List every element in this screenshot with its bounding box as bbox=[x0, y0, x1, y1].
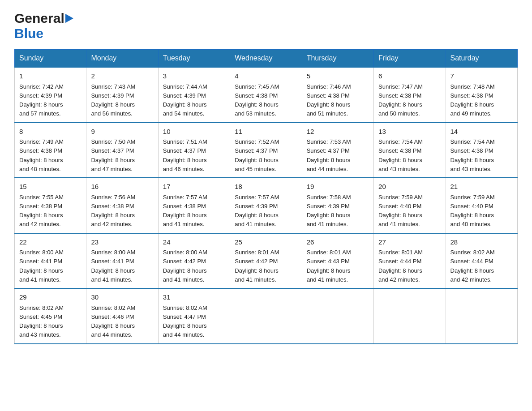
calendar-cell: 14 Sunrise: 7:54 AMSunset: 4:38 PMDaylig… bbox=[446, 123, 517, 178]
day-number: 4 bbox=[235, 71, 297, 81]
day-info: Sunrise: 8:02 AMSunset: 4:44 PMDaylight:… bbox=[450, 249, 495, 283]
day-number: 1 bbox=[19, 71, 82, 81]
calendar-cell: 3 Sunrise: 7:44 AMSunset: 4:39 PMDayligh… bbox=[158, 67, 230, 123]
calendar-header-row: SundayMondayTuesdayWednesdayThursdayFrid… bbox=[15, 50, 518, 68]
day-info: Sunrise: 7:55 AMSunset: 4:38 PMDaylight:… bbox=[19, 194, 64, 228]
calendar-cell bbox=[374, 288, 446, 344]
calendar-cell: 5 Sunrise: 7:46 AMSunset: 4:38 PMDayligh… bbox=[302, 67, 373, 123]
day-info: Sunrise: 7:48 AMSunset: 4:38 PMDaylight:… bbox=[450, 83, 495, 117]
calendar-cell: 26 Sunrise: 8:01 AMSunset: 4:43 PMDaylig… bbox=[302, 233, 373, 289]
day-info: Sunrise: 7:57 AMSunset: 4:38 PMDaylight:… bbox=[163, 194, 207, 228]
calendar-cell: 21 Sunrise: 7:59 AMSunset: 4:40 PMDaylig… bbox=[446, 178, 517, 233]
day-number: 9 bbox=[91, 127, 153, 137]
logo-blue-text: Blue bbox=[14, 26, 43, 41]
calendar-cell: 31 Sunrise: 8:02 AMSunset: 4:47 PMDaylig… bbox=[158, 288, 230, 344]
day-number: 18 bbox=[235, 182, 297, 192]
day-number: 13 bbox=[378, 127, 441, 137]
day-number: 23 bbox=[91, 237, 153, 248]
calendar-cell: 25 Sunrise: 8:01 AMSunset: 4:42 PMDaylig… bbox=[230, 233, 302, 289]
logo-general-text: General bbox=[14, 11, 64, 26]
day-info: Sunrise: 7:54 AMSunset: 4:38 PMDaylight:… bbox=[378, 138, 423, 172]
day-info: Sunrise: 7:53 AMSunset: 4:37 PMDaylight:… bbox=[307, 138, 351, 172]
calendar-cell: 24 Sunrise: 8:00 AMSunset: 4:42 PMDaylig… bbox=[158, 233, 230, 289]
calendar-cell: 1 Sunrise: 7:42 AMSunset: 4:39 PMDayligh… bbox=[15, 67, 86, 123]
day-info: Sunrise: 7:47 AMSunset: 4:38 PMDaylight:… bbox=[378, 83, 423, 117]
calendar-cell: 16 Sunrise: 7:56 AMSunset: 4:38 PMDaylig… bbox=[86, 178, 158, 233]
day-info: Sunrise: 8:02 AMSunset: 4:47 PMDaylight:… bbox=[163, 304, 207, 338]
col-header-wednesday: Wednesday bbox=[230, 50, 302, 68]
day-info: Sunrise: 8:02 AMSunset: 4:46 PMDaylight:… bbox=[91, 304, 135, 338]
calendar-cell: 2 Sunrise: 7:43 AMSunset: 4:39 PMDayligh… bbox=[86, 67, 158, 123]
day-info: Sunrise: 7:57 AMSunset: 4:39 PMDaylight:… bbox=[235, 194, 279, 228]
day-info: Sunrise: 7:44 AMSunset: 4:39 PMDaylight:… bbox=[163, 83, 207, 117]
day-number: 31 bbox=[163, 292, 225, 303]
day-number: 19 bbox=[307, 182, 369, 192]
day-info: Sunrise: 7:49 AMSunset: 4:38 PMDaylight:… bbox=[19, 138, 64, 172]
page-header: General Blue bbox=[14, 11, 518, 41]
svg-marker-0 bbox=[65, 14, 73, 23]
day-number: 8 bbox=[19, 127, 82, 137]
day-number: 2 bbox=[91, 71, 153, 81]
day-number: 30 bbox=[91, 292, 153, 303]
calendar-cell: 20 Sunrise: 7:59 AMSunset: 4:40 PMDaylig… bbox=[374, 178, 446, 233]
logo: General Blue bbox=[14, 11, 73, 41]
day-info: Sunrise: 7:52 AMSunset: 4:37 PMDaylight:… bbox=[235, 138, 279, 172]
day-info: Sunrise: 8:00 AMSunset: 4:41 PMDaylight:… bbox=[91, 249, 135, 283]
day-info: Sunrise: 8:00 AMSunset: 4:42 PMDaylight:… bbox=[163, 249, 207, 283]
day-info: Sunrise: 8:01 AMSunset: 4:44 PMDaylight:… bbox=[378, 249, 423, 283]
day-number: 10 bbox=[163, 127, 225, 137]
logo-arrow-icon bbox=[65, 14, 73, 23]
day-info: Sunrise: 8:01 AMSunset: 4:42 PMDaylight:… bbox=[235, 249, 279, 283]
calendar-cell: 19 Sunrise: 7:58 AMSunset: 4:39 PMDaylig… bbox=[302, 178, 373, 233]
day-number: 3 bbox=[163, 71, 225, 81]
day-number: 16 bbox=[91, 182, 153, 192]
calendar-cell: 8 Sunrise: 7:49 AMSunset: 4:38 PMDayligh… bbox=[15, 123, 86, 178]
calendar-cell: 4 Sunrise: 7:45 AMSunset: 4:38 PMDayligh… bbox=[230, 67, 302, 123]
calendar-cell: 12 Sunrise: 7:53 AMSunset: 4:37 PMDaylig… bbox=[302, 123, 373, 178]
day-number: 28 bbox=[450, 237, 513, 248]
col-header-saturday: Saturday bbox=[446, 50, 517, 68]
calendar-cell: 22 Sunrise: 8:00 AMSunset: 4:41 PMDaylig… bbox=[15, 233, 86, 289]
col-header-monday: Monday bbox=[86, 50, 158, 68]
calendar-cell: 17 Sunrise: 7:57 AMSunset: 4:38 PMDaylig… bbox=[158, 178, 230, 233]
col-header-tuesday: Tuesday bbox=[158, 50, 230, 68]
day-info: Sunrise: 8:00 AMSunset: 4:41 PMDaylight:… bbox=[19, 249, 64, 283]
day-number: 26 bbox=[307, 237, 369, 248]
day-info: Sunrise: 7:58 AMSunset: 4:39 PMDaylight:… bbox=[307, 194, 351, 228]
calendar-week-row: 15 Sunrise: 7:55 AMSunset: 4:38 PMDaylig… bbox=[15, 178, 518, 233]
day-number: 15 bbox=[19, 182, 82, 192]
calendar-cell: 9 Sunrise: 7:50 AMSunset: 4:37 PMDayligh… bbox=[86, 123, 158, 178]
day-number: 17 bbox=[163, 182, 225, 192]
day-info: Sunrise: 7:54 AMSunset: 4:38 PMDaylight:… bbox=[450, 138, 495, 172]
day-number: 27 bbox=[378, 237, 441, 248]
calendar-cell: 27 Sunrise: 8:01 AMSunset: 4:44 PMDaylig… bbox=[374, 233, 446, 289]
day-number: 22 bbox=[19, 237, 82, 248]
calendar-cell: 29 Sunrise: 8:02 AMSunset: 4:45 PMDaylig… bbox=[15, 288, 86, 344]
calendar-cell bbox=[302, 288, 373, 344]
calendar-cell bbox=[446, 288, 517, 344]
calendar-cell: 7 Sunrise: 7:48 AMSunset: 4:38 PMDayligh… bbox=[446, 67, 517, 123]
day-info: Sunrise: 7:42 AMSunset: 4:39 PMDaylight:… bbox=[19, 83, 64, 117]
day-info: Sunrise: 7:56 AMSunset: 4:38 PMDaylight:… bbox=[91, 194, 135, 228]
calendar-cell: 13 Sunrise: 7:54 AMSunset: 4:38 PMDaylig… bbox=[374, 123, 446, 178]
calendar-cell bbox=[230, 288, 302, 344]
day-info: Sunrise: 7:50 AMSunset: 4:37 PMDaylight:… bbox=[91, 138, 135, 172]
calendar-week-row: 1 Sunrise: 7:42 AMSunset: 4:39 PMDayligh… bbox=[15, 67, 518, 123]
day-number: 12 bbox=[307, 127, 369, 137]
col-header-thursday: Thursday bbox=[302, 50, 373, 68]
calendar-table: SundayMondayTuesdayWednesdayThursdayFrid… bbox=[14, 49, 518, 344]
calendar-cell: 11 Sunrise: 7:52 AMSunset: 4:37 PMDaylig… bbox=[230, 123, 302, 178]
calendar-cell: 23 Sunrise: 8:00 AMSunset: 4:41 PMDaylig… bbox=[86, 233, 158, 289]
day-number: 7 bbox=[450, 71, 513, 81]
day-number: 24 bbox=[163, 237, 225, 248]
day-number: 11 bbox=[235, 127, 297, 137]
calendar-week-row: 29 Sunrise: 8:02 AMSunset: 4:45 PMDaylig… bbox=[15, 288, 518, 344]
col-header-sunday: Sunday bbox=[15, 50, 86, 68]
day-info: Sunrise: 7:51 AMSunset: 4:37 PMDaylight:… bbox=[163, 138, 207, 172]
day-info: Sunrise: 8:01 AMSunset: 4:43 PMDaylight:… bbox=[307, 249, 351, 283]
day-info: Sunrise: 7:59 AMSunset: 4:40 PMDaylight:… bbox=[450, 194, 495, 228]
col-header-friday: Friday bbox=[374, 50, 446, 68]
day-number: 14 bbox=[450, 127, 513, 137]
calendar-cell: 30 Sunrise: 8:02 AMSunset: 4:46 PMDaylig… bbox=[86, 288, 158, 344]
calendar-cell: 10 Sunrise: 7:51 AMSunset: 4:37 PMDaylig… bbox=[158, 123, 230, 178]
